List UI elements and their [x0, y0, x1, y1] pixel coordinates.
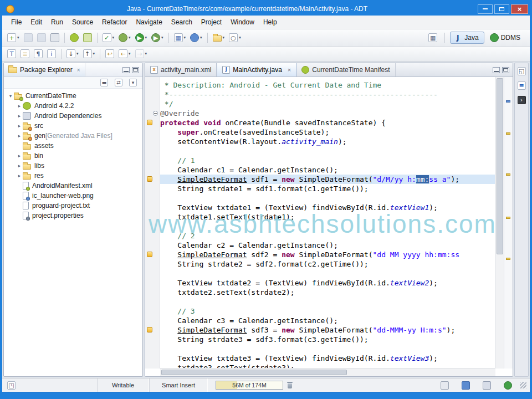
- restore-pane-button[interactable]: ◱: [516, 66, 528, 76]
- outline-view-button[interactable]: ≡: [516, 80, 528, 91]
- save-all-button[interactable]: [35, 32, 48, 43]
- clipboard-button[interactable]: [436, 380, 453, 391]
- search-button[interactable]: ○▾: [227, 32, 243, 43]
- dropdown-arrow-icon[interactable]: ▾: [200, 35, 202, 40]
- dropdown-arrow-icon[interactable]: ▾: [184, 35, 186, 40]
- warning-marker-icon[interactable]: [147, 327, 152, 332]
- menu-window[interactable]: Window: [226, 17, 259, 28]
- tab-close-icon[interactable]: ×: [288, 67, 291, 73]
- tree-collapsed-arrow-icon[interactable]: ▸: [16, 103, 23, 109]
- open-perspective-button[interactable]: ▦: [427, 32, 439, 43]
- open-folder-button[interactable]: ▾: [211, 33, 227, 43]
- warning-marker-icon[interactable]: [147, 252, 152, 257]
- dropdown-arrow-icon[interactable]: ▾: [161, 35, 163, 40]
- horizontal-scrollbar[interactable]: [160, 368, 495, 376]
- tree-collapsed-arrow-icon[interactable]: ▸: [16, 133, 23, 139]
- dropdown-arrow-icon[interactable]: ▾: [129, 52, 131, 56]
- overview-mark[interactable]: [506, 132, 510, 135]
- organize-imports-button[interactable]: i: [45, 48, 58, 59]
- editor-tab-activity-main-xml[interactable]: xactivity_main.xml: [145, 63, 217, 76]
- minimize-button[interactable]: [478, 4, 493, 14]
- tree-collapsed-arrow-icon[interactable]: ▸: [16, 173, 23, 178]
- vertical-scrollbar-thumb[interactable]: [497, 78, 503, 254]
- lint-check-button[interactable]: ✓▾: [101, 32, 116, 43]
- perspective-ddms-button[interactable]: DDMS: [487, 32, 526, 44]
- back-button[interactable]: ←▾: [117, 48, 132, 59]
- save-button[interactable]: [22, 32, 34, 43]
- last-edit-location-button[interactable]: ↩: [104, 48, 116, 59]
- menu-help[interactable]: Help: [259, 17, 282, 28]
- mark-occurrences-button[interactable]: ≡: [19, 48, 31, 59]
- dropdown-arrow-icon[interactable]: ▾: [239, 35, 241, 40]
- dropdown-arrow-icon[interactable]: ▾: [223, 35, 225, 40]
- dropdown-arrow-icon[interactable]: ▾: [129, 35, 131, 40]
- package-explorer-tab[interactable]: Package Explorer ×: [4, 63, 85, 76]
- new-wizard-button[interactable]: +▾: [6, 32, 21, 43]
- tree-item-project-properties[interactable]: project.properties: [4, 211, 142, 221]
- forward-button[interactable]: →▾: [134, 48, 149, 59]
- avd-manager-button[interactable]: [81, 32, 94, 43]
- editor-tab-mainactivity-java[interactable]: JMainActivity.java×: [217, 63, 296, 76]
- tree-collapsed-arrow-icon[interactable]: ▸: [16, 123, 23, 129]
- sync-status-button[interactable]: [499, 380, 516, 391]
- dropdown-arrow-icon[interactable]: ▾: [112, 35, 115, 40]
- menu-project[interactable]: Project: [197, 17, 226, 28]
- maximize-editor-button[interactable]: [502, 67, 509, 73]
- tree-item-libs[interactable]: ▸libs: [4, 161, 142, 171]
- tree-item-res[interactable]: ▸res: [4, 171, 142, 181]
- maximize-button[interactable]: [494, 4, 509, 14]
- fold-collapse-icon[interactable]: [153, 111, 158, 116]
- overview-mark[interactable]: [506, 173, 510, 176]
- warning-marker-icon[interactable]: [147, 176, 152, 182]
- tree-expanded-arrow-icon[interactable]: ▾: [7, 93, 14, 99]
- tree-item-ic-launcher-web-png[interactable]: ic_launcher-web.png: [4, 191, 142, 201]
- run-button[interactable]: ▶▾: [134, 32, 149, 43]
- maximize-view-button[interactable]: [132, 67, 139, 73]
- close-button[interactable]: ×: [511, 4, 528, 14]
- tree-item-androidmanifest-xml[interactable]: AndroidManifest.xml: [4, 181, 142, 191]
- tree-item-bin[interactable]: ▸bin: [4, 151, 142, 161]
- open-type-button[interactable]: T: [6, 48, 18, 59]
- menu-search[interactable]: Search: [167, 17, 197, 28]
- web-browser-button[interactable]: ▾: [188, 32, 204, 43]
- tree-item-currentdatetime[interactable]: ▾CurrentDateTime: [4, 91, 142, 101]
- minimize-view-button[interactable]: [122, 67, 130, 73]
- tree-collapsed-arrow-icon[interactable]: ▸: [16, 163, 23, 168]
- format-source-button[interactable]: ¶: [32, 48, 44, 59]
- tree-collapsed-arrow-icon[interactable]: ▸: [16, 153, 23, 158]
- collapse-all-button[interactable]: ▬: [99, 78, 110, 88]
- view-menu-button[interactable]: ▾: [127, 78, 139, 88]
- overview-mark[interactable]: [506, 258, 510, 260]
- warning-marker-icon[interactable]: [147, 120, 152, 125]
- minimize-editor-button[interactable]: [493, 67, 500, 73]
- print-button[interactable]: [49, 32, 61, 43]
- menu-refactor[interactable]: Refactor: [98, 17, 131, 28]
- debug-button[interactable]: ▾: [117, 32, 132, 43]
- external-tools-button[interactable]: ▶▾: [150, 32, 165, 43]
- next-annotation-button[interactable]: ↓▾: [65, 48, 80, 59]
- console-view-button[interactable]: ›: [516, 95, 528, 105]
- dropdown-arrow-icon[interactable]: ▾: [93, 52, 95, 56]
- titlebar[interactable]: Java - CurrentDateTime/src/com/example/c…: [2, 2, 530, 16]
- menu-run[interactable]: Run: [47, 17, 68, 28]
- menu-file[interactable]: File: [7, 17, 26, 28]
- editor-tab-currentdatetime-manifest[interactable]: CurrentDateTime Manifest: [296, 63, 395, 76]
- code-editor[interactable]: * Description: Android - Get Current Dat…: [145, 77, 513, 376]
- android-sdk-manager-button[interactable]: [68, 32, 80, 43]
- tree-item-gen[interactable]: ▸gen [Generated Java Files]: [4, 131, 142, 141]
- tree-item-src[interactable]: ▸src: [4, 121, 142, 131]
- dropdown-arrow-icon[interactable]: ▾: [145, 35, 147, 40]
- restore-views-button[interactable]: ◳: [3, 380, 20, 391]
- menu-source[interactable]: Source: [68, 17, 98, 28]
- code-viewport[interactable]: * Description: Android - Get Current Dat…: [160, 77, 495, 369]
- garbage-collect-button[interactable]: [285, 381, 294, 390]
- view-close-icon[interactable]: ×: [77, 67, 80, 73]
- overview-mark[interactable]: [506, 217, 510, 219]
- previous-annotation-button[interactable]: ↑▾: [81, 48, 97, 59]
- dropdown-arrow-icon[interactable]: ▾: [145, 52, 147, 56]
- menu-edit[interactable]: Edit: [26, 17, 47, 28]
- dropdown-arrow-icon[interactable]: ▾: [17, 35, 19, 40]
- dropdown-arrow-icon[interactable]: ▾: [76, 52, 79, 56]
- vertical-scrollbar[interactable]: [495, 77, 504, 369]
- link-with-editor-button[interactable]: ⇄: [113, 78, 124, 88]
